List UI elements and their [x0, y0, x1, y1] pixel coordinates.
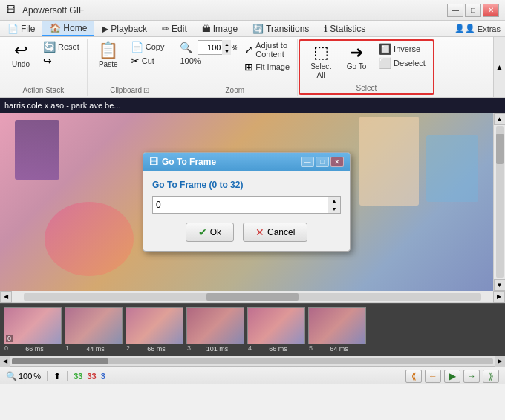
frame-up-button[interactable]: ▲	[328, 197, 340, 205]
redo-button[interactable]: ↪ Undo	[40, 54, 82, 68]
close-button[interactable]: ✕	[483, 4, 499, 17]
list-item[interactable]: 0 0 66 ms	[3, 307, 62, 353]
menu-statistics[interactable]: ℹ Statistics	[316, 21, 373, 36]
action-stack-content: ↩ Undo 🔄 Reset ↪ Undo	[4, 40, 82, 85]
filmstrip-scrollbar: ◀ ▶	[0, 356, 505, 367]
dialog-overlay: 🎞 Go To Frame — □ ✕ Go To Frame (0 to 32…	[0, 113, 493, 291]
play-button[interactable]: ▶	[444, 370, 460, 383]
zoom-input[interactable]	[198, 43, 222, 52]
reset-button[interactable]: 🔄 Reset	[40, 40, 82, 53]
scroll-left-button[interactable]: ◀	[0, 291, 12, 303]
deselect-button[interactable]: ⬜ Deselect	[376, 56, 429, 70]
adjust-to-content-button[interactable]: ⤢ Adjust toContent	[241, 40, 293, 59]
navigation-controls: ⟪ ← ▶ → ⟫	[405, 370, 499, 383]
count-red: 33	[87, 372, 96, 381]
scroll-up-button[interactable]: ▲	[494, 113, 506, 125]
title-bar: 🎞 Apowersoft GIF — □ ✕	[0, 0, 505, 21]
menu-playback[interactable]: ▶ Playback	[94, 21, 154, 36]
zoom-down-button[interactable]: ▼	[222, 47, 231, 55]
dialog-body: Go To Frame (0 to 32) ▲ ▼ ✔ Ok	[143, 171, 350, 251]
reset-icon: 🔄	[43, 41, 56, 53]
frame-spinner: ▲ ▼	[328, 197, 340, 213]
frame-number-input[interactable]	[153, 198, 328, 211]
status-bar: 🔍 100 % ⬆ 33 33 3 ⟪ ← ▶ → ⟫	[0, 367, 505, 384]
status-divider-2	[67, 371, 68, 381]
first-frame-button[interactable]: ⟪	[405, 370, 422, 383]
list-item[interactable]: 2 66 ms	[125, 307, 184, 353]
cancel-button[interactable]: ✕ Cancel	[243, 223, 307, 242]
action-stack-group: ↩ Undo 🔄 Reset ↪ Undo Action Stack	[0, 39, 88, 96]
menu-edit[interactable]: ✏ Edit	[154, 21, 195, 36]
select-group: ⬚ SelectAll ➜ Go To 🔲 Inverse ⬜ Deselect…	[299, 39, 434, 95]
copy-button[interactable]: 📄 Copy	[128, 40, 168, 53]
ok-button[interactable]: ✔ Ok	[186, 223, 234, 242]
menu-file[interactable]: 📄 File	[0, 21, 42, 36]
dialog-maximize[interactable]: □	[316, 157, 329, 167]
app-icon: 🎞	[6, 4, 18, 16]
undo-button[interactable]: ↩ Undo	[4, 40, 37, 71]
ok-icon: ✔	[198, 226, 207, 238]
scroll-down-button[interactable]: ▼	[494, 279, 506, 291]
home-icon: 🏠	[50, 23, 61, 33]
goto-frame-dialog: 🎞 Go To Frame — □ ✕ Go To Frame (0 to 32…	[143, 152, 351, 252]
frame-down-button[interactable]: ▼	[328, 205, 340, 213]
dialog-minimize[interactable]: —	[301, 157, 314, 167]
edit-icon: ✏	[162, 24, 169, 34]
minimize-button[interactable]: —	[447, 4, 463, 17]
copy-cut-col: 📄 Copy ✂ Cut	[128, 40, 168, 68]
menu-image[interactable]: 🏔 Image	[195, 21, 245, 36]
frame-thumbnail-3	[186, 307, 244, 344]
count-blue: 3	[101, 372, 105, 381]
zoom-status-value: 100	[19, 372, 32, 381]
app-title: Apowersoft GIF	[22, 5, 447, 16]
fit-image-button[interactable]: ⊞ Fit Image	[241, 60, 293, 73]
last-frame-button[interactable]: ⟫	[483, 370, 499, 383]
maximize-button[interactable]: □	[465, 4, 481, 17]
frame-thumbnail-0: 0	[4, 307, 62, 344]
goto-icon: ➜	[350, 45, 363, 61]
prev-frame-button[interactable]: ←	[425, 370, 441, 383]
clipboard-group: 📋 Paste 📄 Copy ✂ Cut Clipboard ⊡	[88, 39, 173, 96]
list-item[interactable]: 3 101 ms	[186, 307, 245, 353]
fit-col: ⤢ Adjust toContent ⊞ Fit Image	[241, 40, 293, 73]
zoom-out-button[interactable]: 🔍	[177, 41, 195, 54]
list-item[interactable]: 5 64 ms	[307, 307, 367, 353]
zoom-label: Zoom	[177, 86, 293, 94]
scroll-track	[24, 293, 481, 301]
menu-home[interactable]: 🏠 Home	[42, 21, 94, 36]
ribbon-collapse-button[interactable]: ▲	[493, 37, 505, 97]
scroll-thumb	[206, 293, 298, 301]
cut-button[interactable]: ✂ Cut	[128, 54, 168, 68]
dialog-title-text: Go To Frame	[162, 157, 301, 167]
dialog-close[interactable]: ✕	[330, 157, 344, 167]
frame-thumbnail-1	[65, 307, 123, 344]
clipboard-expand-icon[interactable]: ⊡	[143, 86, 149, 94]
dialog-buttons: ✔ Ok ✕ Cancel	[152, 223, 341, 242]
up-arrow-icon: ⬆	[53, 371, 61, 381]
extras-button[interactable]: 👤👤 Extras	[450, 22, 505, 35]
dialog-title-bar: 🎞 Go To Frame — □ ✕	[143, 153, 350, 171]
list-item[interactable]: 4 66 ms	[247, 307, 306, 353]
frame-time-0: 66 ms	[8, 344, 61, 353]
file-icon: 📄	[7, 24, 19, 34]
menu-transitions[interactable]: 🔄 Transitions	[245, 21, 316, 36]
side-scroll-track	[496, 126, 504, 278]
list-item[interactable]: 1 44 ms	[64, 307, 123, 353]
scroll-right-button[interactable]: ▶	[493, 291, 505, 303]
select-all-button[interactable]: ⬚ SelectAll	[304, 42, 337, 82]
zoom-up-button[interactable]: ▲	[222, 40, 231, 47]
inverse-deselect-col: 🔲 Inverse ⬜ Deselect	[376, 42, 429, 70]
zoom-controls-col: 🔍 ▲ ▼ % 100%	[177, 40, 238, 66]
next-frame-button[interactable]: →	[463, 370, 480, 383]
goto-button[interactable]: ➜ Go To	[340, 42, 373, 73]
address-bar: harris cole x aso - park ave be...	[0, 98, 505, 113]
inverse-button[interactable]: 🔲 Inverse	[376, 42, 429, 56]
zoom-preset-button[interactable]: 100%	[177, 56, 238, 66]
filmstrip-scroll-right[interactable]: ▶	[495, 356, 505, 367]
frame-thumbnail-5	[308, 307, 366, 344]
frame-time-4: 66 ms	[252, 344, 304, 353]
reset-redo-col: 🔄 Reset ↪ Undo	[40, 40, 82, 68]
filmstrip-scroll-left[interactable]: ◀	[0, 356, 10, 367]
paste-icon: 📋	[98, 42, 118, 59]
paste-button[interactable]: 📋 Paste	[92, 40, 125, 71]
